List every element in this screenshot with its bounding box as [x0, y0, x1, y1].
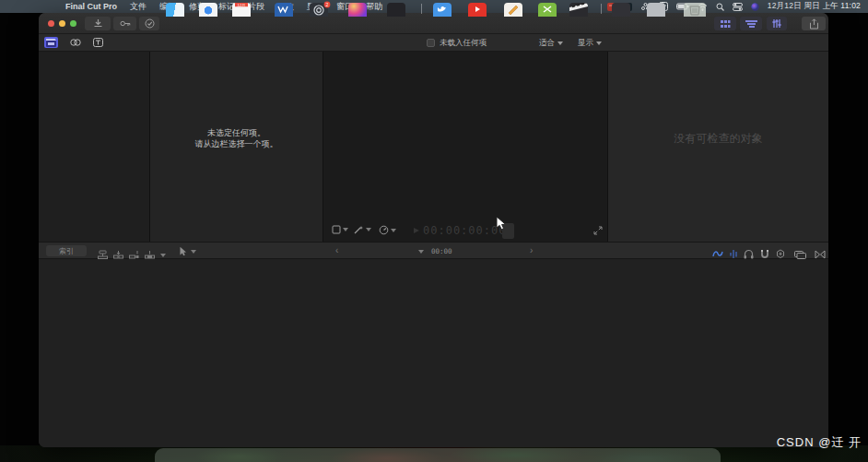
photos-audio-tab[interactable] [68, 37, 82, 48]
chevron-down-icon [191, 250, 196, 254]
dock-icon-word[interactable] [275, 3, 293, 17]
display-dropdown[interactable]: 显示 [578, 34, 602, 52]
viewer-timecode: 00:00:00:00 [423, 224, 506, 237]
dock-icon-dark-app-2[interactable] [612, 3, 630, 17]
chevron-down-icon [557, 41, 563, 45]
titles-generators-tab[interactable] [91, 37, 105, 48]
minimize-window-button[interactable] [59, 20, 65, 27]
display-dropdown-label: 显示 [578, 38, 593, 49]
siri-icon[interactable] [751, 3, 759, 11]
retime-menu[interactable] [379, 225, 396, 235]
fit-dropdown-label: 适合 [539, 38, 555, 49]
chevron-down-icon[interactable] [160, 254, 166, 257]
dock-icon-calendar[interactable]: 12月 [232, 3, 251, 17]
dock-separator [601, 4, 602, 14]
chevron-left-icon[interactable]: ‹ [335, 245, 338, 256]
effects-wand-menu[interactable] [354, 225, 371, 234]
dock-icon-mail[interactable]: 2 [310, 3, 328, 17]
dock-icon-final-cut-pro[interactable] [569, 3, 588, 17]
import-media-button[interactable] [85, 17, 111, 30]
viewer-panel: 00:00:00:00 [323, 52, 608, 242]
close-window-button[interactable] [48, 20, 54, 27]
browser-empty-line2: 请从边栏选择一个项。 [150, 138, 323, 149]
dock-icon-dark-app[interactable] [387, 3, 405, 17]
chevron-down-icon [366, 228, 371, 231]
browser-empty-line1: 未选定任何项。 [150, 127, 323, 138]
media-library-tab[interactable] [44, 37, 58, 48]
menu-file[interactable]: 文件 [130, 1, 147, 13]
dock-icon-excel[interactable] [538, 3, 557, 17]
background-tasks-button[interactable] [139, 17, 159, 30]
libraries-sidebar[interactable] [39, 52, 150, 242]
timeline-area[interactable] [39, 259, 828, 447]
timeline-toggle-button[interactable] [740, 17, 762, 30]
calendar-month-label: 12月 [235, 3, 248, 6]
screen: Final Cut Pro 文件 编辑 修剪 标记 片段 修改 显示 窗口 帮助 [0, 0, 868, 462]
expand-icon[interactable] [593, 226, 603, 235]
dock [155, 448, 721, 462]
fit-dropdown[interactable]: 适合 [539, 34, 563, 52]
clip-icon [427, 39, 435, 47]
app-menu[interactable]: Final Cut Pro [65, 2, 117, 11]
dock-separator [421, 4, 422, 14]
browser-toggle-button[interactable] [714, 17, 736, 30]
header-row: 未载入任何项 适合 显示 [39, 34, 828, 52]
timeline-toolbar: 索引 ‹ 00:00 › [39, 242, 828, 259]
index-button[interactable]: 索引 [46, 245, 87, 256]
menu-help[interactable]: 帮助 [366, 1, 382, 13]
zoom-window-button[interactable] [70, 20, 76, 27]
transform-menu[interactable] [332, 225, 348, 234]
timeline-timecode: 00:00 [431, 247, 452, 255]
share-button[interactable] [802, 17, 826, 30]
control-center-icon[interactable] [733, 3, 743, 11]
chevron-down-icon [343, 228, 348, 231]
inspector-panel: 没有可检查的对象 [608, 52, 828, 242]
chevron-down-icon [391, 229, 396, 232]
keyword-editor-button[interactable] [113, 17, 136, 30]
dock-icon-camera-app[interactable] [348, 3, 367, 17]
viewer-status-text: 未载入任何项 [440, 38, 487, 49]
dock-icon-twitter[interactable] [433, 3, 452, 17]
chevron-down-icon[interactable] [418, 250, 424, 254]
dock-icon-finder[interactable] [166, 3, 184, 17]
play-icon[interactable] [414, 228, 419, 233]
dock-icon-pages[interactable] [504, 3, 522, 17]
inspector-empty-text: 没有可检查的对象 [608, 131, 828, 147]
chevron-down-icon [596, 41, 602, 45]
watermark: CSDN @迁 开 [777, 434, 862, 451]
final-cut-pro-window: 未载入任何项 适合 显示 未选定任何项。 请从边栏选择一个项。 [39, 13, 828, 447]
inspector-toggle-button[interactable] [767, 17, 787, 30]
browser-empty-state: 未选定任何项。 请从边栏选择一个项。 [150, 127, 323, 149]
viewer-header: 未载入任何项 [427, 34, 487, 52]
menu-bar-clock[interactable]: 12月12日 周日 上午 11:02 [768, 1, 861, 12]
dock-icon-trash[interactable] [684, 3, 706, 17]
chevron-right-icon[interactable]: › [530, 245, 533, 256]
dock-icon-youtube[interactable] [468, 3, 487, 17]
search-icon[interactable] [716, 3, 724, 11]
dock-icon-web-browser[interactable] [199, 3, 217, 17]
viewer-toolbar: 00:00:00:00 [323, 222, 607, 240]
dock-icon-utility-app[interactable] [647, 3, 665, 17]
notification-badge: 2 [324, 2, 331, 8]
browser-panel: 未选定任何项。 请从边栏选择一个项。 [150, 52, 323, 242]
select-tool-menu[interactable] [179, 246, 196, 256]
mouse-cursor [496, 216, 508, 231]
